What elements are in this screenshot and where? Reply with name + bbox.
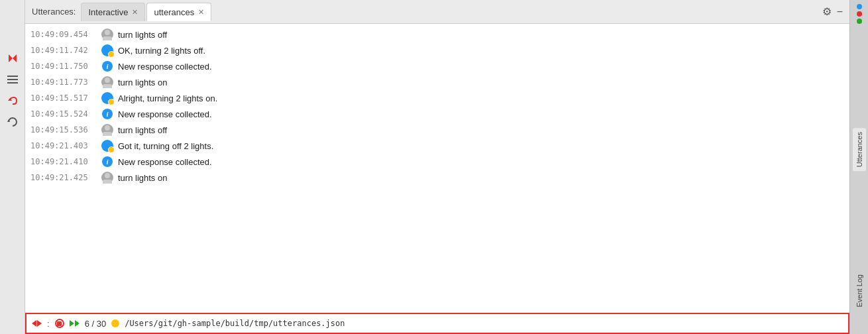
svg-marker-1 xyxy=(13,54,17,62)
utterances-panel-label[interactable]: Utterances xyxy=(853,128,866,171)
status-stop-button[interactable] xyxy=(55,319,64,328)
log-text: turn lights off xyxy=(118,30,167,40)
svg-rect-2 xyxy=(7,76,18,77)
log-timestamp: 10:49:21.410 xyxy=(30,157,97,166)
log-icon-info: i xyxy=(101,155,114,168)
tab-bar-label: Utterances: xyxy=(32,7,76,17)
dot-green xyxy=(857,19,862,24)
log-row: 10:49:21.425turn lights on xyxy=(25,170,849,186)
log-timestamp: 10:49:11.742 xyxy=(30,46,97,55)
status-bar: : 6 / 30 /Users/git/gh-sample/build/tmp/… xyxy=(25,313,849,334)
status-separator: : xyxy=(47,319,50,329)
svg-rect-3 xyxy=(7,79,18,80)
svg-rect-4 xyxy=(7,82,18,84)
log-text: Alright, turning 2 lights on. xyxy=(118,93,217,103)
log-row: 10:49:21.403Got it, turning off 2 lights… xyxy=(25,138,849,154)
log-row: 10:49:15.536turn lights off xyxy=(25,122,849,138)
log-timestamp: 10:49:15.517 xyxy=(30,93,97,103)
log-text: turn lights on xyxy=(118,173,167,183)
log-timestamp: 10:49:11.773 xyxy=(30,78,97,87)
log-icon-assistant xyxy=(101,91,114,105)
log-timestamp: 10:49:15.524 xyxy=(30,109,97,119)
status-dot xyxy=(111,319,119,327)
status-ff-button[interactable] xyxy=(70,320,80,327)
log-timestamp: 10:49:09.454 xyxy=(30,30,97,39)
log-icon-user xyxy=(101,28,114,41)
log-timestamp: 10:49:11.750 xyxy=(30,62,97,71)
log-text: Got it, turning off 2 lights. xyxy=(118,141,213,151)
event-log-label[interactable]: Event Log xyxy=(855,274,863,307)
content-area: Utterances: Interactive ✕ utterances ✕ ⚙… xyxy=(25,0,849,334)
log-text: OK, turning 2 lights off. xyxy=(118,46,205,56)
tab-utterances[interactable]: utterances ✕ xyxy=(146,3,211,21)
tab-bar-actions: ⚙ − xyxy=(822,5,843,18)
tab-interactive-close[interactable]: ✕ xyxy=(132,9,138,16)
log-row: 10:49:15.517Alright, turning 2 lights on… xyxy=(25,90,849,106)
log-row: 10:49:21.410iNew response collected. xyxy=(25,154,849,170)
sidebar-icon-list[interactable] xyxy=(4,71,21,88)
right-panel: Utterances Event Log xyxy=(849,0,868,334)
svg-marker-0 xyxy=(9,54,13,62)
log-text: New response collected. xyxy=(118,157,212,167)
tab-bar: Utterances: Interactive ✕ utterances ✕ ⚙… xyxy=(25,0,849,24)
tab-interactive[interactable]: Interactive ✕ xyxy=(81,3,145,21)
log-icon-user xyxy=(101,76,114,89)
log-icon-assistant xyxy=(101,44,114,57)
dot-red xyxy=(857,11,862,17)
log-text: New response collected. xyxy=(118,62,212,72)
log-timestamp: 10:49:15.536 xyxy=(30,125,97,135)
log-list: 10:49:09.454turn lights off10:49:11.742O… xyxy=(25,24,849,313)
log-icon-info: i xyxy=(101,60,114,73)
log-icon-assistant xyxy=(101,139,114,152)
status-path: /Users/git/gh-sample/build/tmp/utterance… xyxy=(125,319,345,328)
log-row: 10:49:11.750iNew response collected. xyxy=(25,58,849,74)
log-row: 10:49:09.454turn lights off xyxy=(25,27,849,42)
settings-icon[interactable]: ⚙ xyxy=(822,5,832,18)
sidebar-icon-play[interactable] xyxy=(4,50,21,67)
left-sidebar xyxy=(0,0,25,334)
log-text: turn lights off xyxy=(118,125,167,135)
status-count: 6 / 30 xyxy=(85,319,107,329)
status-play-button[interactable] xyxy=(32,320,42,327)
log-icon-user xyxy=(101,171,114,184)
sidebar-icon-reset[interactable] xyxy=(4,113,21,131)
tab-utterances-close[interactable]: ✕ xyxy=(198,9,204,16)
right-panel-icons xyxy=(857,0,862,24)
log-row: 10:49:11.773turn lights on xyxy=(25,74,849,90)
log-text: New response collected. xyxy=(118,109,212,119)
sidebar-icon-undo[interactable] xyxy=(4,92,21,109)
log-timestamp: 10:49:21.425 xyxy=(30,173,97,182)
minimize-icon[interactable]: − xyxy=(837,6,843,18)
log-row: 10:49:15.524iNew response collected. xyxy=(25,106,849,122)
log-row: 10:49:11.742OK, turning 2 lights off. xyxy=(25,42,849,58)
log-icon-user xyxy=(101,123,114,137)
dot-blue xyxy=(857,4,862,9)
log-icon-info: i xyxy=(101,107,114,121)
log-text: turn lights on xyxy=(118,78,167,87)
log-timestamp: 10:49:21.403 xyxy=(30,141,97,150)
